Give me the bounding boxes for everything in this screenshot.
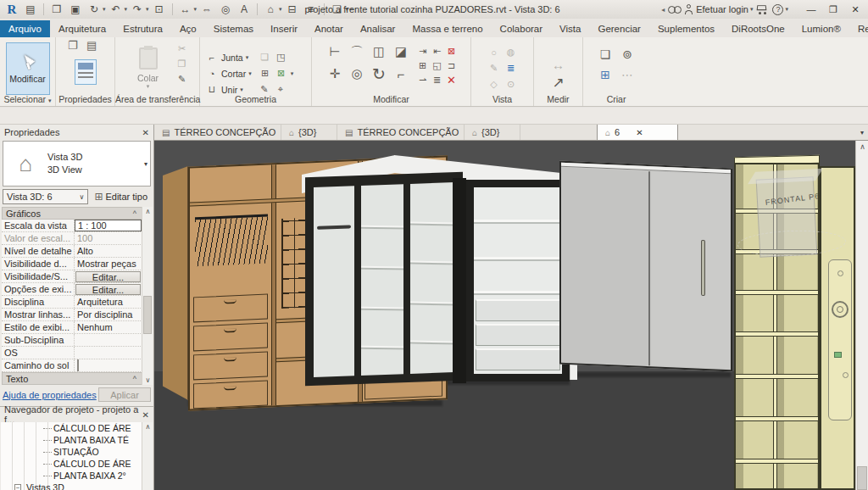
create-parts-icon[interactable]: ⋯ (620, 69, 634, 81)
tab-arquitetura[interactable]: Arquitetura (50, 20, 114, 37)
delete-icon[interactable]: ✕ (445, 74, 459, 86)
viewport-scroll-thumb[interactable] (857, 466, 867, 490)
sun-path-checkbox[interactable] (77, 359, 79, 371)
measure-icon[interactable]: ↔ (177, 2, 194, 17)
tab-gerenciar[interactable]: Gerenciar (589, 20, 649, 37)
vg-edit-button[interactable]: Editar... (75, 271, 141, 282)
modify-button[interactable]: Modificar (6, 42, 50, 95)
type-selector-caret[interactable]: ▾ (144, 160, 147, 168)
geo-extra-1-icon[interactable]: ❏ (258, 51, 271, 64)
tab-inserir[interactable]: Inserir (262, 20, 306, 37)
mirror-line-icon[interactable]: ≣ (431, 74, 444, 86)
tab-colaborar[interactable]: Colaborar (492, 20, 552, 37)
section-texto[interactable]: Texto ^ (2, 372, 153, 385)
display-options-edit-button[interactable]: Editar... (75, 284, 141, 295)
view-tab-terreo-2[interactable]: ▤ TÉRREO CONCEPÇÃO (337, 125, 465, 140)
tab-aco[interactable]: Aço (171, 20, 205, 37)
tree-item-planta-terreo[interactable]: PLANTA BAIXA TÉ (1, 434, 153, 446)
tab-analisar[interactable]: Analisar (352, 20, 404, 37)
tab-suplementos[interactable]: Suplementos (649, 20, 723, 37)
aligned-dimension-icon[interactable]: ⇔ (198, 2, 215, 17)
displace-icon[interactable]: ◇ (487, 78, 501, 91)
properties-scrollbar[interactable]: ∧ ∨ (142, 207, 153, 385)
hidden-lines-value[interactable]: Por disciplina (75, 309, 142, 320)
login-caret[interactable]: ▾ (750, 6, 754, 13)
edit-type-button[interactable]: ⊞ Editar tipo (91, 189, 151, 204)
type-properties-icon[interactable]: ❐ (68, 39, 78, 52)
create-group-icon[interactable]: ❏ (598, 48, 612, 61)
geo-extra-2-icon[interactable]: ◳ (274, 51, 287, 64)
split-gap-icon[interactable]: ◪ (394, 46, 408, 58)
tab-massa-e-terreno[interactable]: Massa e terreno (403, 20, 491, 37)
tree-item-planta-2[interactable]: PLANTA BAIXA 2° (1, 470, 153, 482)
ui-toggle-icon[interactable]: ▤ (22, 2, 39, 17)
redo-caret[interactable]: ▾ (146, 6, 149, 13)
browser-scrollbar[interactable]: ∧ (142, 422, 153, 490)
match-type-icon[interactable]: ✎ (175, 73, 189, 86)
help-icon[interactable]: ? (772, 4, 783, 15)
hide-icon[interactable]: ◍ (504, 46, 518, 58)
minimize-button[interactable]: — (800, 1, 822, 18)
panel-label-vista[interactable]: Vista (471, 94, 533, 104)
collapse-texto-icon[interactable]: ^ (133, 375, 136, 383)
view-tab-terreo-1[interactable]: ▤ TÉRREO CONCEPÇÃO (154, 125, 281, 140)
panel-label-medir[interactable]: Medir (534, 94, 582, 104)
project-browser-close-icon[interactable]: ✕ (142, 410, 149, 420)
apply-button[interactable]: Aplicar (98, 387, 151, 402)
linework-icon[interactable]: ≣ (504, 62, 518, 75)
split-icon[interactable]: ◫ (372, 46, 386, 58)
display-style-value[interactable]: Nenhum (75, 321, 142, 333)
title-nav-back[interactable]: ◂ (661, 6, 665, 14)
parts-visibility-value[interactable]: Mostrar peças (75, 258, 142, 270)
section-graficos[interactable]: Gráficos ^ (2, 207, 153, 220)
tree-expander-icon[interactable]: – (14, 484, 21, 490)
sync-icon[interactable]: ↻ (86, 2, 103, 17)
properties-help-link[interactable]: Ajuda de propriedades (3, 390, 97, 400)
tab-vista[interactable]: Vista (551, 20, 589, 37)
help-caret[interactable]: ▾ (785, 6, 788, 13)
tree-item-calculo-2[interactable]: CÁLCULO DE ÁRE (1, 458, 153, 470)
view-tab-list-caret[interactable]: ▾ (856, 125, 868, 140)
unpin-icon[interactable]: ⊠ (445, 45, 459, 58)
open-icon[interactable]: ❐ (48, 2, 65, 17)
detail-level-value[interactable]: Alto (75, 245, 142, 257)
view-selector-combo[interactable]: Vista 3D: 6 ∨ (3, 189, 88, 204)
panel-label-geometria[interactable]: Geometria (200, 94, 311, 104)
text-icon[interactable]: A (236, 2, 253, 17)
dimension-icon[interactable]: ↔ (552, 58, 565, 71)
trim-extend-icon[interactable]: ⇥ (416, 45, 430, 58)
measure-diagonal-icon[interactable]: ↗ (552, 76, 565, 89)
sign-in-link[interactable]: Efetuar login (696, 4, 748, 14)
family-types-icon[interactable]: ▤ (86, 39, 97, 52)
tab-sistemas[interactable]: Sistemas (205, 20, 262, 37)
offset-icon[interactable]: ⌒ (350, 46, 364, 58)
tag-icon[interactable]: ◎ (217, 2, 234, 17)
type-selector[interactable]: ⌂ Vista 3D 3D View ▾ (3, 141, 151, 187)
tree-item-situacao[interactable]: SITUAÇÃO (1, 446, 153, 458)
maximize-button[interactable]: ❐ (822, 1, 844, 18)
tab-arquivo[interactable]: Arquivo (0, 20, 50, 37)
view-tab-6-active[interactable]: ⌂ 6 ✕ (597, 125, 678, 140)
reveal-icon[interactable]: ⊙ (504, 78, 518, 91)
sub-discipline-value[interactable] (75, 334, 142, 346)
tab-revitmodels[interactable]: RevitModels (849, 20, 868, 37)
viewport-scrollbar[interactable]: ∧ (855, 141, 868, 490)
gray-sliding-wardrobe[interactable] (559, 161, 732, 372)
junta-button[interactable]: ⌐ Junta▾ ❏ ◳ (205, 49, 287, 65)
geo-extra-3-icon[interactable]: ⊞ (259, 67, 272, 80)
override-icon[interactable]: ✎ (487, 62, 501, 75)
undo-icon[interactable]: ↶ (108, 2, 125, 17)
properties-palette-button[interactable] (75, 59, 97, 85)
array-icon[interactable]: ⊞ (416, 59, 430, 72)
align-icon[interactable]: ⊢ (328, 46, 342, 58)
tree-item-calculo-1[interactable]: CÁLCULO DE ÁRE (1, 422, 153, 434)
discipline-value[interactable]: Arquitetura (75, 296, 142, 308)
sync-caret[interactable]: ▾ (103, 6, 106, 13)
tab-lumion[interactable]: Lumion® (793, 20, 849, 37)
search-icon[interactable] (668, 5, 682, 14)
properties-close-icon[interactable]: ✕ (142, 128, 149, 137)
view-tab-3d-2[interactable]: ⌂ {3D} (465, 125, 520, 140)
cut-icon[interactable]: ✂ (175, 42, 189, 55)
tab-estrutura[interactable]: Estrutura (114, 20, 171, 37)
pin-icon[interactable]: ⊐ (445, 59, 459, 72)
